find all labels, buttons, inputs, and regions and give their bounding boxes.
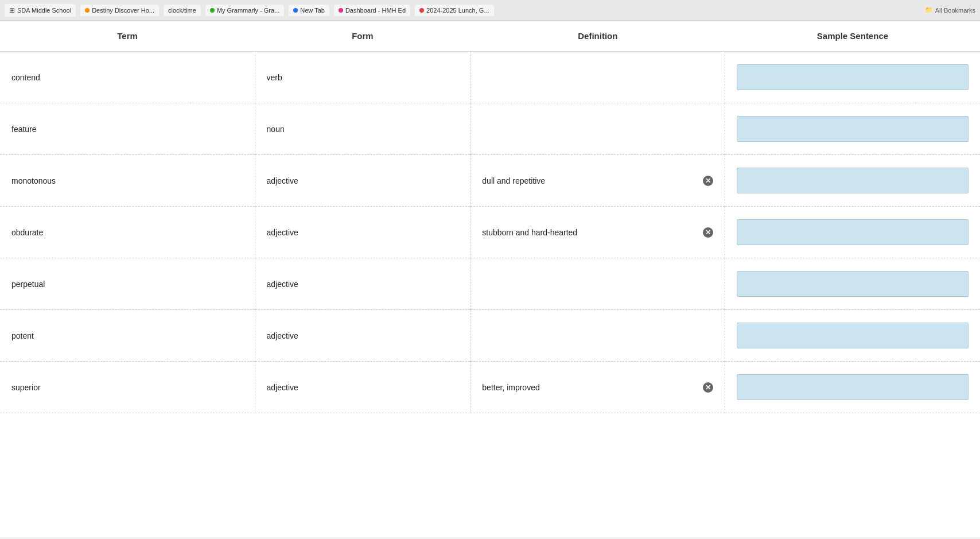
- table-row: obdurateadjectivestubborn and hard-heart…: [0, 207, 980, 258]
- sample-sentence-cell: [725, 258, 980, 310]
- tab-dashboard[interactable]: Dashboard - HMH Ed: [334, 5, 410, 16]
- term-cell: feature: [0, 103, 255, 155]
- header-sample-sentence: Sample Sentence: [725, 21, 980, 52]
- term-cell: superior: [0, 362, 255, 413]
- definition-cell: [470, 52, 725, 103]
- tab-destiny[interactable]: Destiny Discover Ho...: [80, 5, 159, 16]
- sample-sentence-cell: [725, 103, 980, 155]
- sample-sentence-input[interactable]: [737, 64, 969, 90]
- term-cell: monotonous: [0, 155, 255, 207]
- definition-cell: [470, 310, 725, 362]
- tab-grammarly[interactable]: My Grammarly - Gra...: [205, 5, 284, 16]
- tab-lunch[interactable]: 2024-2025 Lunch, G...: [415, 5, 493, 16]
- definition-text: stubborn and hard-hearted: [482, 228, 577, 237]
- main-content: Term Form Definition Sample Sentence con…: [0, 21, 980, 537]
- form-cell: adjective: [255, 310, 470, 362]
- sample-sentence-input[interactable]: [737, 271, 969, 297]
- tab-dashboard-dot: [339, 8, 343, 13]
- tab-grammarly-dot: [210, 8, 215, 13]
- sample-sentence-input[interactable]: [737, 374, 969, 400]
- table-row: contendverb: [0, 52, 980, 103]
- term-cell: perpetual: [0, 258, 255, 310]
- tab-sda[interactable]: ⊞ SDA Middle School: [5, 4, 76, 17]
- tab-newtab-dot: [293, 8, 298, 13]
- grid-icon: ⊞: [9, 6, 15, 14]
- sample-sentence-cell: [725, 207, 980, 258]
- form-cell: noun: [255, 103, 470, 155]
- term-cell: obdurate: [0, 207, 255, 258]
- definition-cell: dull and repetitive✕: [470, 155, 725, 207]
- definition-cell: [470, 103, 725, 155]
- table-row: potentadjective: [0, 310, 980, 362]
- form-cell: adjective: [255, 207, 470, 258]
- vocabulary-table: Term Form Definition Sample Sentence con…: [0, 21, 980, 413]
- header-form: Form: [255, 21, 470, 52]
- sample-sentence-input[interactable]: [737, 219, 969, 245]
- definition-text: better, improved: [482, 383, 539, 392]
- header-definition: Definition: [470, 21, 725, 52]
- sample-sentence-input[interactable]: [737, 116, 969, 142]
- bookmarks-label: All Bookmarks: [935, 7, 975, 14]
- tab-clock[interactable]: clock/time: [164, 5, 201, 16]
- sample-sentence-input[interactable]: [737, 323, 969, 348]
- form-cell: verb: [255, 52, 470, 103]
- clear-definition-button[interactable]: ✕: [703, 382, 713, 393]
- tab-grammarly-label: My Grammarly - Gra...: [217, 7, 279, 14]
- table-header-row: Term Form Definition Sample Sentence: [0, 21, 980, 52]
- sample-sentence-cell: [725, 362, 980, 413]
- header-term: Term: [0, 21, 255, 52]
- browser-bar: ⊞ SDA Middle School Destiny Discover Ho.…: [0, 0, 980, 21]
- tab-clock-label: clock/time: [168, 7, 196, 14]
- sample-sentence-input[interactable]: [737, 168, 969, 193]
- definition-text: dull and repetitive: [482, 176, 545, 185]
- sample-sentence-cell: [725, 310, 980, 362]
- table-row: featurenoun: [0, 103, 980, 155]
- clear-definition-button[interactable]: ✕: [703, 176, 713, 186]
- tab-sda-label: SDA Middle School: [17, 7, 71, 14]
- definition-cell: better, improved✕: [470, 362, 725, 413]
- table-row: perpetualadjective: [0, 258, 980, 310]
- definition-cell: [470, 258, 725, 310]
- bookmarks-icon: 📁: [925, 6, 933, 14]
- tab-dashboard-label: Dashboard - HMH Ed: [345, 7, 406, 14]
- table-row: superioradjectivebetter, improved✕: [0, 362, 980, 413]
- tab-lunch-label: 2024-2025 Lunch, G...: [426, 7, 489, 14]
- bookmarks-area: 📁 All Bookmarks: [925, 6, 975, 14]
- sample-sentence-cell: [725, 52, 980, 103]
- tab-destiny-label: Destiny Discover Ho...: [92, 7, 154, 14]
- tab-destiny-dot: [85, 8, 90, 13]
- definition-cell: stubborn and hard-hearted✕: [470, 207, 725, 258]
- term-cell: potent: [0, 310, 255, 362]
- form-cell: adjective: [255, 155, 470, 207]
- table-row: monotonousadjectivedull and repetitive✕: [0, 155, 980, 207]
- term-cell: contend: [0, 52, 255, 103]
- tab-newtab-label: New Tab: [300, 7, 325, 14]
- sample-sentence-cell: [725, 155, 980, 207]
- tab-newtab[interactable]: New Tab: [289, 5, 329, 16]
- form-cell: adjective: [255, 362, 470, 413]
- form-cell: adjective: [255, 258, 470, 310]
- tab-lunch-dot: [419, 8, 424, 13]
- clear-definition-button[interactable]: ✕: [703, 227, 713, 238]
